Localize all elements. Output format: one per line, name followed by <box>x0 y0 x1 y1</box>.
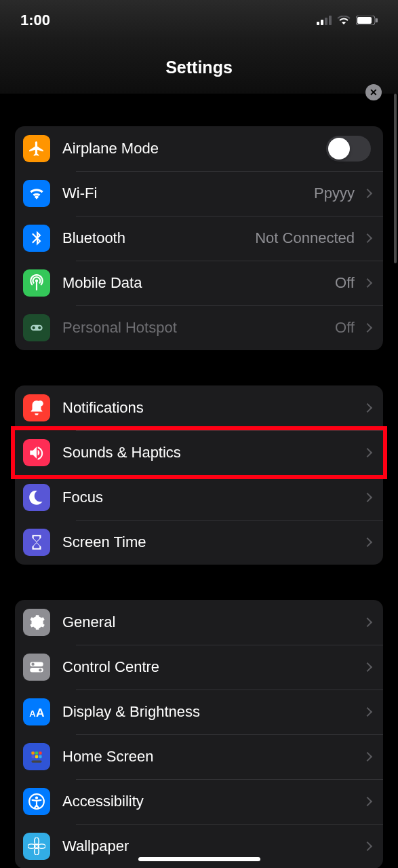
home-indicator[interactable] <box>138 857 260 861</box>
antenna-icon <box>23 269 50 297</box>
chevron-right-icon <box>363 842 372 851</box>
wifi-icon <box>23 180 50 207</box>
moon-icon <box>23 484 50 511</box>
chevron-right-icon <box>363 323 372 333</box>
settings-row-display-brightness[interactable]: AADisplay & Brightness <box>15 690 383 734</box>
page-title: Settings <box>165 58 233 77</box>
settings-row-bluetooth[interactable]: BluetoothNot Connected <box>15 216 383 261</box>
row-label: Control Centre <box>62 658 361 676</box>
svg-rect-15 <box>31 751 34 754</box>
row-label: Wallpaper <box>62 837 361 855</box>
settings-row-wi-fi[interactable]: Wi-FiPpyyy <box>15 171 383 216</box>
row-label: Personal Hotspot <box>62 319 335 337</box>
chevron-right-icon <box>363 537 372 547</box>
settings-row-general[interactable]: General <box>15 600 383 645</box>
chevron-right-icon <box>363 707 372 717</box>
row-value: Not Connected <box>255 229 355 247</box>
flower-icon <box>23 833 50 860</box>
svg-rect-20 <box>39 755 41 758</box>
svg-rect-2 <box>325 18 327 25</box>
svg-text:A: A <box>29 709 36 719</box>
switches-icon <box>23 654 50 681</box>
row-label: Notifications <box>62 399 361 417</box>
header: Settings ✕ <box>0 41 398 94</box>
chevron-right-icon <box>363 403 372 413</box>
settings-row-sounds-haptics[interactable]: Sounds & Haptics <box>15 430 383 475</box>
row-value: Off <box>335 319 355 337</box>
status-bar: 1:00 <box>0 0 398 41</box>
chevron-right-icon <box>363 189 372 198</box>
row-label: Bluetooth <box>62 229 255 247</box>
settings-row-focus[interactable]: Focus <box>15 475 383 520</box>
settings-row-home-screen[interactable]: Home Screen <box>15 734 383 779</box>
row-label: Display & Brightness <box>62 703 361 721</box>
svg-text:A: A <box>36 706 45 719</box>
svg-rect-17 <box>39 751 41 754</box>
chevron-right-icon <box>363 797 372 806</box>
svg-point-23 <box>35 796 38 799</box>
status-time: 1:00 <box>20 12 50 29</box>
status-indicators <box>317 16 378 25</box>
airplane-icon <box>23 135 50 162</box>
bell-icon <box>23 394 50 421</box>
settings-row-airplane-mode[interactable]: Airplane Mode <box>15 126 383 171</box>
settings-row-wallpaper[interactable]: Wallpaper <box>15 824 383 868</box>
row-label: Accessibility <box>62 793 361 810</box>
settings-row-accessibility[interactable]: Accessibility <box>15 779 383 824</box>
bluetooth-icon <box>23 225 50 252</box>
wifi-status-icon <box>337 16 351 25</box>
chevron-right-icon <box>363 618 372 627</box>
svg-point-7 <box>37 400 43 407</box>
speaker-icon <box>23 439 50 466</box>
svg-rect-21 <box>31 760 41 762</box>
scrollbar[interactable] <box>394 94 397 263</box>
settings-row-notifications[interactable]: Notifications <box>15 385 383 430</box>
gear-icon <box>23 609 50 636</box>
chevron-right-icon <box>363 233 372 243</box>
battery-icon <box>356 16 378 25</box>
row-label: Mobile Data <box>62 274 335 292</box>
settings-group: GeneralControl CentreAADisplay & Brightn… <box>15 600 383 868</box>
settings-row-mobile-data[interactable]: Mobile DataOff <box>15 261 383 305</box>
cellular-icon <box>317 16 332 25</box>
airplane-mode-toggle[interactable] <box>326 136 371 162</box>
row-label: Screen Time <box>62 533 361 551</box>
svg-rect-3 <box>329 16 332 25</box>
settings-row-personal-hotspot[interactable]: Personal HotspotOff <box>15 305 383 350</box>
settings-row-control-centre[interactable]: Control Centre <box>15 645 383 690</box>
close-icon[interactable]: ✕ <box>365 84 382 100</box>
svg-point-9 <box>31 663 34 666</box>
svg-rect-0 <box>317 22 319 25</box>
chevron-right-icon <box>363 662 372 672</box>
chevron-right-icon <box>363 278 372 288</box>
svg-rect-18 <box>31 755 34 758</box>
row-label: Home Screen <box>62 748 361 766</box>
svg-rect-16 <box>35 751 38 754</box>
settings-group: Airplane ModeWi-FiPpyyyBluetoothNot Conn… <box>15 126 383 350</box>
row-value: Off <box>335 274 355 292</box>
svg-rect-19 <box>35 755 38 758</box>
aa-icon: AA <box>23 698 50 725</box>
row-label: Wi-Fi <box>62 185 314 202</box>
hourglass-icon <box>23 529 50 556</box>
row-label: Sounds & Haptics <box>62 444 361 461</box>
svg-rect-1 <box>321 20 323 25</box>
svg-rect-6 <box>376 18 378 22</box>
settings-row-screen-time[interactable]: Screen Time <box>15 520 383 565</box>
row-label: Airplane Mode <box>62 140 326 157</box>
chevron-right-icon <box>363 448 372 457</box>
accessibility-icon <box>23 788 50 815</box>
chevron-right-icon <box>363 752 372 761</box>
row-label: General <box>62 614 361 631</box>
svg-point-11 <box>39 668 41 671</box>
hotspot-icon <box>23 314 50 341</box>
row-value: Ppyyy <box>314 185 355 202</box>
settings-group: NotificationsSounds & HapticsFocusScreen… <box>15 385 383 565</box>
svg-rect-5 <box>357 17 372 24</box>
row-label: Focus <box>62 489 361 506</box>
grid-icon <box>23 743 50 770</box>
chevron-right-icon <box>363 493 372 502</box>
